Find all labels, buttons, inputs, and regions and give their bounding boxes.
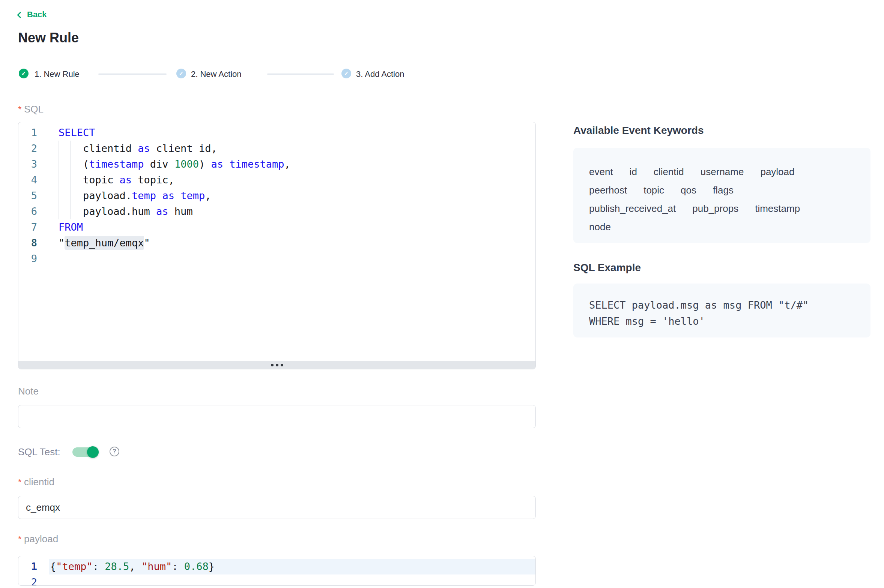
step3-check-icon: ✓ — [341, 69, 351, 78]
code-token: temp — [132, 190, 156, 201]
code-token: " — [59, 237, 65, 249]
code-text: payload.temp as temp, — [59, 190, 211, 201]
sql-test-toggle[interactable] — [72, 447, 98, 457]
code-token: as — [162, 190, 174, 201]
payload-editor-content[interactable]: 1{"temp": 28.5, "hum": 0.68}2 — [18, 556, 535, 585]
sql-example-panel: SELECT payload.msg as msg FROM "t/#"WHER… — [573, 284, 870, 338]
event-keyword: id — [630, 163, 637, 181]
code-token: temp_hum/emqx — [65, 236, 144, 250]
code-token: topic — [59, 174, 120, 186]
event-keyword: publish_received_at — [589, 200, 676, 218]
code-text: (timestamp div 1000) as timestamp, — [59, 158, 290, 170]
code-token: , — [129, 561, 141, 572]
keyword-row: peerhosttopicqosflags — [589, 181, 855, 200]
code-token: payload. — [59, 190, 132, 201]
keyword-row: node — [589, 218, 855, 236]
sql-example-line: SELECT payload.msg as msg FROM "t/#" — [589, 297, 855, 313]
event-keyword: payload — [760, 163, 794, 181]
code-text: payload.hum as hum — [59, 206, 193, 217]
indent-guide — [59, 141, 59, 219]
code-line: 1SELECT — [18, 125, 535, 141]
code-token: payload.hum — [59, 206, 156, 217]
code-token: : — [93, 561, 105, 572]
payload-field-label: payload — [18, 533, 58, 545]
sql-example-line: WHERE msg = 'hello' — [589, 313, 855, 329]
event-keyword: qos — [681, 181, 696, 200]
line-number: 6 — [18, 204, 37, 219]
step-connector-2 — [267, 74, 334, 75]
code-token: } — [209, 561, 215, 572]
code-token: SELECT — [59, 127, 95, 138]
resize-dot — [276, 364, 278, 366]
step2-label: 2. New Action — [191, 69, 242, 79]
code-token: as — [156, 206, 168, 217]
keywords-list: eventidclientidusernamepayloadpeerhostto… — [573, 148, 870, 236]
payload-code-editor[interactable]: 1{"temp": 28.5, "hum": 0.68}2 — [18, 556, 536, 586]
code-line: 8"temp_hum/emqx" — [18, 235, 535, 251]
code-token: 1000 — [174, 158, 199, 170]
code-token — [156, 190, 162, 201]
note-input[interactable] — [18, 405, 536, 428]
page-title: New Rule — [18, 30, 79, 46]
step1-label: 1. New Rule — [35, 69, 80, 79]
clientid-input[interactable] — [18, 496, 536, 519]
toggle-knob — [87, 446, 99, 458]
line-number: 2 — [18, 574, 37, 585]
clientid-field-label: clientid — [18, 476, 54, 488]
code-token: ) — [199, 158, 211, 170]
event-keyword: topic — [643, 181, 664, 200]
sql-example-code: SELECT payload.msg as msg FROM "t/#"WHER… — [573, 284, 870, 329]
code-text: {"temp": 28.5, "hum": 0.68} — [50, 561, 215, 572]
code-token: client_id, — [150, 142, 217, 154]
sql-field-label: SQL — [18, 104, 44, 115]
code-token: as — [211, 158, 223, 170]
code-token: "temp" — [56, 561, 93, 572]
code-line: 2 — [18, 574, 535, 585]
back-label: Back — [27, 10, 47, 20]
line-number: 8 — [18, 235, 37, 251]
code-token: : — [172, 561, 184, 572]
help-icon[interactable]: ? — [110, 447, 119, 456]
code-token — [174, 190, 180, 201]
code-token: , — [284, 158, 290, 170]
code-token: "hum" — [141, 561, 172, 572]
code-line: 3 (timestamp div 1000) as timestamp, — [18, 156, 535, 172]
event-keyword: clientid — [654, 163, 684, 181]
code-token: as — [138, 142, 150, 154]
chevron-left-icon — [17, 12, 24, 18]
code-token: , — [205, 190, 211, 201]
step3-label: 3. Add Action — [356, 69, 404, 79]
event-keyword: flags — [713, 181, 734, 200]
code-line: 2 clientid as client_id, — [18, 141, 535, 156]
code-token: temp — [180, 190, 205, 201]
code-token: div — [144, 158, 174, 170]
event-keyword: pub_props — [692, 200, 738, 218]
event-keyword: event — [589, 163, 613, 181]
line-number: 2 — [18, 141, 37, 156]
code-line: 5 payload.temp as temp, — [18, 188, 535, 204]
sql-code-editor[interactable]: 1SELECT2 clientid as client_id,3 (timest… — [18, 122, 536, 369]
code-token: hum — [168, 206, 193, 217]
step1-check-icon: ✓ — [19, 69, 29, 78]
keyword-row: publish_received_atpub_propstimestamp — [589, 200, 855, 218]
code-token: { — [50, 561, 56, 572]
code-text: "temp_hum/emqx" — [59, 237, 150, 249]
editor-resize-handle[interactable] — [18, 361, 535, 369]
code-token: as — [120, 174, 132, 186]
code-token: 0.68 — [184, 561, 209, 572]
line-number: 5 — [18, 188, 37, 204]
step2-check-icon: ✓ — [176, 69, 186, 78]
code-token — [223, 158, 229, 170]
resize-dot — [281, 364, 283, 366]
code-token: topic, — [132, 174, 174, 186]
code-token: " — [144, 237, 150, 249]
code-token: FROM — [59, 221, 83, 233]
code-line: 9 — [18, 251, 535, 267]
code-text: FROM — [59, 221, 83, 233]
note-field-label: Note — [18, 386, 39, 397]
sql-editor-content[interactable]: 1SELECT2 clientid as client_id,3 (timest… — [18, 122, 535, 361]
back-link[interactable]: Back — [18, 10, 47, 20]
indent-guide — [70, 141, 71, 219]
code-token: 28.5 — [105, 561, 129, 572]
line-number: 4 — [18, 172, 37, 188]
